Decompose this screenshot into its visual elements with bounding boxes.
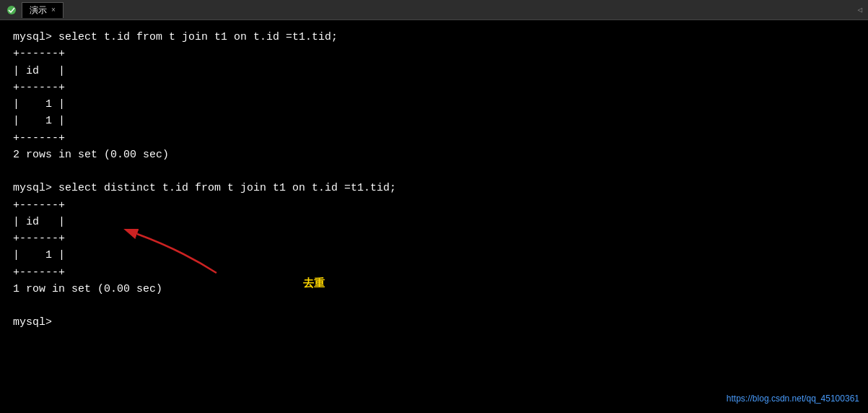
annotation-label: 去重 xyxy=(303,274,325,291)
watermark-url: https://blog.csdn.net/qq_45100361 xyxy=(727,392,859,406)
titlebar: 演示 × ◁ xyxy=(0,0,868,20)
terminal-area[interactable]: mysql> select t.id from t join t1 on t.i… xyxy=(0,20,868,413)
tab-label: 演示 xyxy=(30,4,47,17)
tab-close-button[interactable]: × xyxy=(51,6,56,14)
tab-demo[interactable]: 演示 × xyxy=(22,2,63,18)
svg-point-0 xyxy=(7,6,16,14)
scroll-indicator: ◁ xyxy=(857,5,862,14)
annotation-arrow xyxy=(115,221,231,279)
app-icon xyxy=(6,4,17,16)
